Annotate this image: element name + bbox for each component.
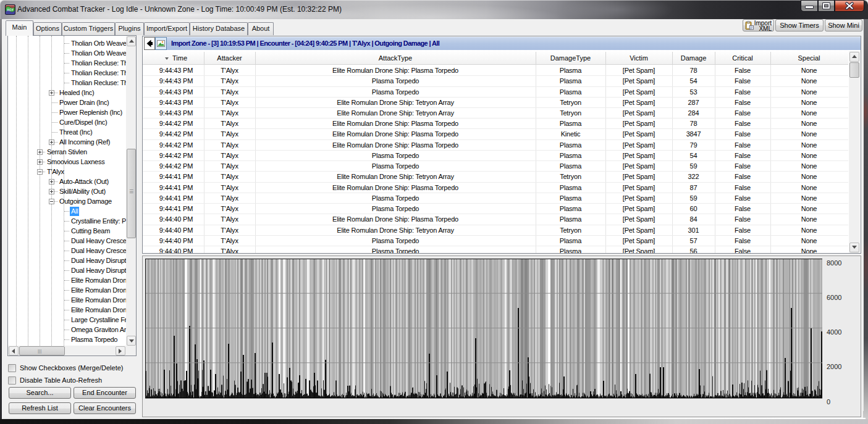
svg-text:ACT: ACT [7, 8, 13, 12]
